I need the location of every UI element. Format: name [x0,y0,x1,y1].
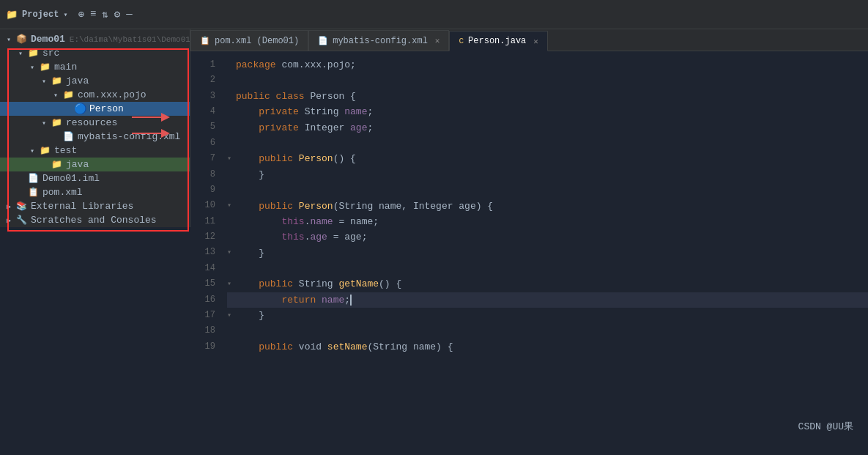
code-line-9 [227,182,868,198]
project-icon: 📁 [6,9,18,21]
editor-content[interactable]: 1234567▾8910▾111213▾1415▾1617▾1819 packa… [190,51,868,455]
scratch-icon: 🔧 [15,215,28,226]
iml-icon: 📄 [26,174,40,184]
toolbar-icon-gear[interactable]: ⚙ [114,8,120,21]
code-token [236,104,259,119]
tree-item-test[interactable]: ▾ 📁 test [0,144,190,158]
folder-main-icon: 📁 [38,62,51,73]
code-token: () { [333,151,356,166]
tree-item-mybatis-config[interactable]: 📄 mybatis-config.xml [0,130,190,144]
toolbar-icon-list[interactable]: ≡ [90,8,96,21]
arrow-demo01: ▾ [3,35,15,44]
toolbar-dropdown-icon[interactable]: ▾ [63,10,67,19]
code-token: Integer [413,199,459,214]
code-token: ; [350,57,356,73]
code-token: String [305,104,345,119]
line-number-6: 6 [190,136,221,151]
tab-mybatis[interactable]: 📄 mybatis-config.xml ✕ [308,30,449,51]
code-token: ) { [476,199,493,214]
tree-item-external-libs[interactable]: ▶ 📚 External Libraries [0,199,190,213]
code-token: public [259,339,299,355]
main-content: ▾ 📦 Demo01 E:\daima\Mybatis01\Demo01 ▾ 📁… [0,29,868,455]
label-external-libraries: External Libraries [31,201,133,212]
line-number-17: 17▾ [190,308,221,323]
toolbar-icon-minimize[interactable]: — [126,8,132,21]
toolbar: 📁 Project ▾ ⊕ ≡ ⇅ ⚙ — [0,0,868,29]
arrow-test: ▾ [26,147,38,155]
code-line-19: public void setName(String name) { [227,339,868,355]
code-token: return [281,292,322,308]
tree-item-java[interactable]: ▾ 📁 java [0,74,190,88]
tab-close-mybatis[interactable]: ✕ [435,36,440,45]
code-token: package [236,57,281,73]
tree-item-com-xxx-pojo[interactable]: ▾ 📁 com.xxx.pojo [0,88,190,102]
code-token: , [401,199,413,214]
toolbar-icon-globe[interactable]: ⊕ [78,8,84,21]
label-scratches: Scratches and Consoles [31,215,157,226]
code-token [236,339,259,355]
tab-icon-person: C [459,37,464,45]
code-token [236,199,259,214]
tree-item-main[interactable]: ▾ 📁 main [0,60,190,74]
code-line-1: package com.xxx.pojo; [227,57,868,73]
code-token: name [344,104,367,119]
code-token: class [276,89,311,104]
code-token: private [259,104,304,119]
folder-test-icon: 📁 [38,146,51,156]
label-demo01-iml: Demo01.iml [42,173,100,184]
code-token: this [281,214,304,229]
code-token: getName [338,276,379,292]
code-token [236,292,281,308]
code-token: private [259,120,304,136]
tree-item-pom[interactable]: 📋 pom.xml [0,185,190,199]
tree-item-java-test[interactable]: 📁 java [0,158,190,171]
tree-item-src[interactable]: ▾ 📁 src [0,46,190,60]
code-token: String [338,199,379,214]
line-number-11: 11 [190,214,221,229]
line-number-8: 8 [190,167,221,182]
code-line-3: public class Person { [227,89,868,104]
code-line-18 [227,324,868,339]
line-number-15: 15▾ [190,276,221,292]
line-numbers: 1234567▾8910▾111213▾1415▾1617▾1819 [190,51,227,455]
tree-item-person[interactable]: 🔵 Person [0,102,190,116]
tree-item-scratches[interactable]: ▶ 🔧 Scratches and Consoles [0,213,190,227]
app-container: 📁 Project ▾ ⊕ ≡ ⇅ ⚙ — ▾ 📦 Demo01 E:\daim [0,0,868,455]
line-number-19: 19 [190,339,221,355]
tree-item-resources[interactable]: ▾ 📁 resources [0,116,190,130]
code-line-15: public String getName() { [227,276,868,292]
toolbar-icon-sort[interactable]: ⇅ [102,8,108,21]
line-number-4: 4 [190,104,221,119]
code-area[interactable]: package com.xxx.pojo;public class Person… [227,51,868,455]
line-number-9: 9 [190,182,221,198]
tab-icon-pom: 📋 [200,36,210,45]
code-token: } [236,308,264,323]
tab-person[interactable]: C Person.java ✕ [449,31,547,51]
code-token: String [299,276,339,292]
label-mybatis-config: mybatis-config.xml [78,131,180,142]
tab-icon-mybatis: 📄 [318,36,328,45]
text-cursor: ; [344,295,352,306]
tree-item-demo01-iml[interactable]: 📄 Demo01.iml [0,171,190,185]
code-token: ( [367,339,373,355]
tab-bar: 📋 pom.xml (Demo01) 📄 mybatis-config.xml … [190,29,868,51]
arrow-external-libs: ▶ [3,202,15,211]
editor-wrapper: 📋 pom.xml (Demo01) 📄 mybatis-config.xml … [190,29,868,455]
code-token: String [373,339,413,355]
code-token: Person [310,89,344,104]
tab-label-pom: pom.xml (Demo01) [215,36,299,46]
tab-close-person[interactable]: ✕ [533,37,538,46]
label-main: main [54,62,77,73]
tree-item-demo01[interactable]: ▾ 📦 Demo01 E:\daima\Mybatis01\Demo01 [0,32,190,46]
code-token [236,276,259,292]
arrow-resources: ▾ [38,119,50,127]
code-token: name [310,214,333,229]
line-number-5: 5 [190,120,221,136]
tab-pom[interactable]: 📋 pom.xml (Demo01) [190,30,308,51]
code-token: Person [299,151,333,166]
folder-pojo-icon: 📁 [62,90,75,100]
code-token [236,151,259,166]
code-token: this [281,229,304,245]
code-token: = [333,214,350,229]
class-person-icon: 🔵 [73,104,86,114]
